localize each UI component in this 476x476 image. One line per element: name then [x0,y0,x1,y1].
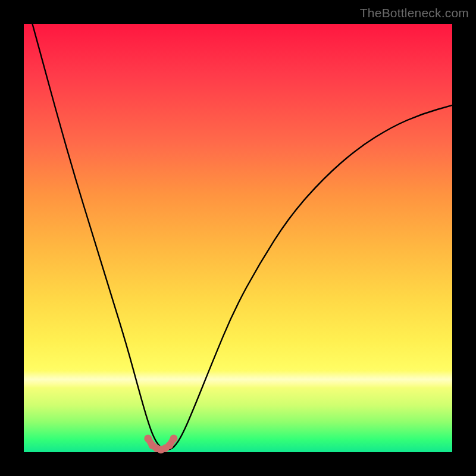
valley-dot [144,434,152,442]
valley-dots [144,434,177,453]
valley-dot [165,441,173,449]
plot-area [24,24,452,452]
chart-frame: TheBottleneck.com [0,0,476,476]
curve-layer [24,24,452,452]
valley-dot [170,434,178,442]
watermark-text: TheBottleneck.com [360,6,469,20]
bottleneck-curve [32,24,452,450]
